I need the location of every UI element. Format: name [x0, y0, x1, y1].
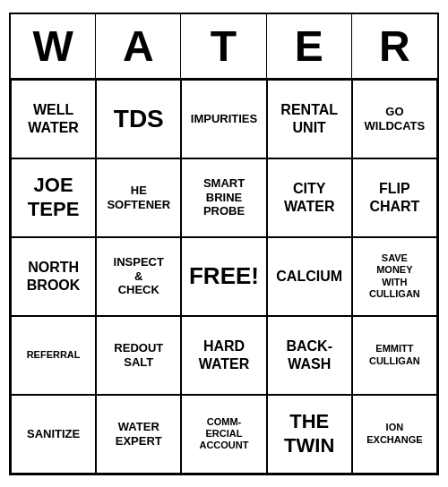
cell-text-2-1: INSPECT&CHECK: [114, 255, 164, 297]
cell-text-3-3: BACK-WASH: [286, 337, 332, 372]
bingo-cell-0-1: TDS: [96, 80, 181, 158]
bingo-cell-1-1: HESOFTENER: [96, 158, 181, 237]
cell-text-0-0: WELLWATER: [28, 101, 79, 135]
bingo-cell-3-1: REDOUTSALT: [96, 316, 181, 395]
bingo-card: WATER WELLWATERTDSIMPURITIESRENTALUNITGO…: [9, 13, 439, 475]
bingo-cell-2-4: SAVEMONEYWITHCULLIGAN: [352, 237, 437, 316]
bingo-cell-1-2: SMARTBRINEPROBE: [181, 158, 266, 237]
bingo-cell-0-4: GOWILDCATS: [352, 80, 437, 158]
bingo-cell-2-2: FREE!: [181, 237, 266, 316]
bingo-cell-4-4: IONEXCHANGE: [352, 395, 437, 474]
bingo-cell-3-0: REFERRAL: [11, 316, 96, 395]
bingo-cell-4-0: SANITIZE: [11, 395, 96, 474]
cell-text-2-0: NORTHBROOK: [27, 259, 81, 293]
cell-text-4-4: IONEXCHANGE: [366, 422, 422, 445]
header-letter-A: A: [96, 14, 181, 78]
bingo-cell-4-2: COMM-ERCIALACCOUNT: [181, 395, 266, 474]
bingo-cell-1-4: FLIPCHART: [352, 158, 437, 237]
cell-text-4-0: SANITIZE: [27, 427, 80, 441]
bingo-cell-0-2: IMPURITIES: [181, 80, 266, 158]
cell-text-0-3: RENTALUNIT: [280, 101, 338, 135]
cell-text-4-3: THETWIN: [284, 410, 334, 457]
header-letter-R: R: [352, 14, 437, 78]
cell-text-3-0: REFERRAL: [27, 349, 81, 361]
cell-text-1-2: SMARTBRINEPROBE: [203, 176, 245, 218]
cell-text-1-0: JOETEPE: [28, 174, 79, 221]
cell-text-0-2: IMPURITIES: [191, 112, 257, 126]
cell-text-3-1: REDOUTSALT: [114, 341, 163, 369]
cell-text-1-1: HESOFTENER: [107, 184, 170, 211]
bingo-cell-2-0: NORTHBROOK: [11, 237, 96, 316]
cell-text-4-1: WATEREXPERT: [116, 420, 162, 448]
cell-text-1-4: FLIPCHART: [369, 180, 419, 214]
bingo-header: WATER: [11, 14, 437, 80]
cell-text-1-3: CITYWATER: [284, 180, 335, 214]
cell-text-2-3: CALCIUM: [276, 268, 342, 285]
bingo-cell-4-1: WATEREXPERT: [96, 395, 181, 474]
bingo-cell-2-1: INSPECT&CHECK: [96, 237, 181, 316]
cell-text-0-1: TDS: [114, 104, 164, 134]
cell-text-3-4: EMMITTCULLIGAN: [369, 343, 420, 366]
header-letter-W: W: [11, 14, 96, 78]
bingo-cell-3-4: EMMITTCULLIGAN: [352, 316, 437, 395]
cell-text-3-2: HARDWATER: [199, 337, 250, 372]
header-letter-E: E: [267, 14, 352, 78]
bingo-cell-3-3: BACK-WASH: [267, 316, 352, 395]
header-letter-T: T: [181, 14, 266, 78]
bingo-cell-1-0: JOETEPE: [11, 158, 96, 237]
bingo-cell-0-0: WELLWATER: [11, 80, 96, 158]
cell-text-2-4: SAVEMONEYWITHCULLIGAN: [369, 252, 420, 300]
free-space: FREE!: [189, 262, 259, 290]
bingo-cell-1-3: CITYWATER: [267, 158, 352, 237]
bingo-cell-3-2: HARDWATER: [181, 316, 266, 395]
bingo-grid: WELLWATERTDSIMPURITIESRENTALUNITGOWILDCA…: [11, 80, 437, 474]
bingo-cell-0-3: RENTALUNIT: [267, 80, 352, 158]
bingo-cell-2-3: CALCIUM: [267, 237, 352, 316]
cell-text-4-2: COMM-ERCIALACCOUNT: [199, 416, 248, 452]
cell-text-0-4: GOWILDCATS: [365, 105, 426, 132]
bingo-cell-4-3: THETWIN: [267, 395, 352, 474]
